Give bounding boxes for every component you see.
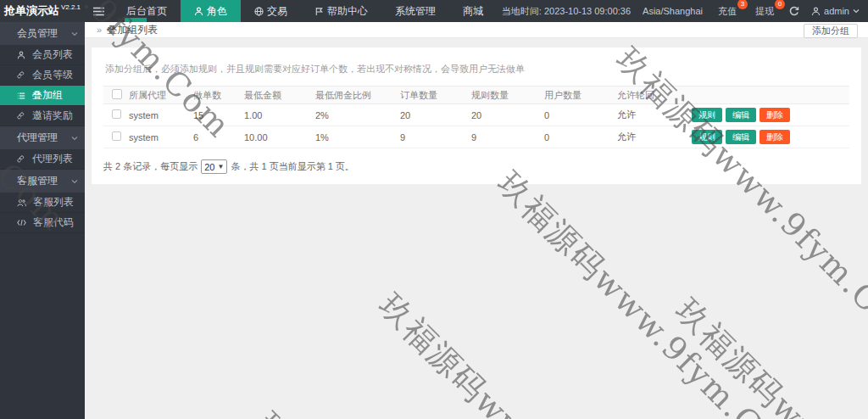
sidebar-item-member-list[interactable]: 会员列表 — [0, 45, 85, 65]
user-icon — [194, 7, 203, 16]
sidebar-section-agents[interactable]: 代理管理 — [0, 126, 85, 149]
col-user-count: 用户数量 — [542, 89, 615, 102]
chevron-down-icon — [71, 31, 78, 36]
cell-agent: system — [127, 110, 180, 120]
sidebar-item-stack-group[interactable]: 叠加组 — [0, 86, 85, 106]
cell-agent: system — [127, 132, 180, 142]
user-icon — [17, 51, 25, 59]
delete-button[interactable]: 删除 — [760, 108, 790, 122]
chevron-down-icon — [853, 8, 860, 14]
col-min-commission: 最低佣金比例 — [314, 89, 398, 102]
app-logo: 抢单演示站V2.2.1 — [0, 0, 85, 22]
user-menu[interactable]: admin — [811, 6, 860, 16]
caret-down-icon: ▼ — [217, 163, 224, 170]
app-title: 抢单演示站 — [4, 3, 59, 19]
col-order-count: 订单数量 — [398, 89, 470, 102]
recharge-badge: 3 — [737, 0, 748, 9]
notice-text: 添加分组后，必须添加规则，并且规则需要对应好订单个数，若出现不对称情况，会导致用… — [105, 63, 849, 75]
cell-task-count: 6 — [180, 132, 242, 142]
pagination: 共 2 条记录，每页显示 20 ▼ 条，共 1 页当前显示第 1 页。 — [103, 159, 849, 174]
table-row: system 15 1.00 2% 20 20 0 允许 规则 编辑 删除 — [103, 104, 849, 126]
cell-allow-cycle: 允许 — [615, 109, 690, 121]
sidebar-item-agent-list[interactable]: 代理列表 — [0, 149, 85, 170]
cell-user-count: 0 — [542, 110, 615, 120]
sidebar-section-members[interactable]: 会员管理 — [0, 22, 85, 45]
cell-order-count: 9 — [398, 132, 470, 142]
nav-help-center[interactable]: 帮助中心 — [301, 0, 381, 22]
timezone: Asia/Shanghai — [643, 6, 703, 16]
rule-button[interactable]: 规则 — [692, 108, 722, 122]
sidebar: 会员管理 会员列表 会员等级 叠加组 邀请 — [0, 22, 85, 419]
sidebar-item-service-code[interactable]: 客服代码 — [0, 213, 85, 233]
recharge-link[interactable]: 充值 3 — [715, 5, 740, 18]
chevron-down-icon — [71, 136, 78, 141]
sidebar-item-service-list[interactable]: 客服列表 — [0, 193, 85, 213]
list-icon — [17, 92, 25, 100]
cell-order-count: 20 — [398, 110, 470, 120]
nav-roles[interactable]: 角色 — [181, 0, 241, 22]
col-agent: 所属代理 — [127, 89, 180, 102]
menu-toggle-icon[interactable] — [85, 7, 113, 16]
sidebar-section-service[interactable]: 客服管理 — [0, 170, 85, 193]
cell-min-commission: 2% — [314, 110, 398, 120]
breadcrumb: » 叠加组列表 添加分组 — [85, 22, 868, 38]
nav-system[interactable]: 系统管理 — [381, 0, 449, 22]
topbar-right: 当地时间: 2023-10-13 09:00:36 Asia/Shanghai … — [502, 5, 868, 18]
flag-icon — [314, 7, 324, 16]
nav-trade[interactable]: 交易 — [241, 0, 301, 22]
row-checkbox[interactable] — [112, 109, 121, 119]
code-icon — [17, 219, 26, 226]
withdraw-link[interactable]: 提现 0 — [752, 5, 777, 18]
current-time: 当地时间: 2023-10-13 09:00:36 — [502, 5, 631, 18]
top-nav: 后台首页 角色 交易 帮助中心 系统管理 商城 — [113, 0, 497, 22]
pagination-suffix: 条，共 1 页当前显示第 1 页。 — [231, 160, 353, 173]
add-group-button[interactable]: 添加分组 — [804, 24, 858, 38]
col-rule-count: 规则数量 — [470, 89, 542, 102]
page-title: 叠加组列表 — [107, 23, 158, 37]
nav-dashboard[interactable]: 后台首页 — [113, 0, 181, 22]
withdraw-badge: 0 — [775, 0, 785, 9]
cell-min-commission: 1% — [314, 132, 398, 142]
cell-user-count: 0 — [542, 132, 615, 142]
sidebar-item-invite-reward[interactable]: 邀请奖励 — [0, 106, 85, 126]
topbar: 抢单演示站V2.2.1 后台首页 角色 交易 帮助中心 系统管理 — [0, 0, 868, 22]
edit-button[interactable]: 编辑 — [726, 130, 756, 144]
link-icon — [17, 112, 25, 120]
cell-task-count: 15 — [180, 110, 242, 120]
chevron-down-icon — [71, 179, 78, 184]
table-row: system 6 10.00 1% 9 9 0 允许 规则 编辑 删除 — [103, 126, 849, 148]
cell-rule-count: 9 — [470, 132, 542, 142]
cell-rule-count: 20 — [470, 110, 542, 120]
col-task-count: 做单数 — [180, 89, 242, 102]
globe-icon — [254, 7, 264, 16]
avatar-icon — [811, 7, 821, 16]
row-checkbox[interactable] — [112, 131, 121, 141]
main-content: » 叠加组列表 添加分组 添加分组后，必须添加规则，并且规则需要对应好订单个数，… — [85, 22, 868, 419]
cell-min-amount: 1.00 — [242, 110, 314, 120]
cell-allow-cycle: 允许 — [615, 131, 690, 143]
delete-button[interactable]: 删除 — [760, 130, 790, 144]
edit-button[interactable]: 编辑 — [726, 108, 756, 122]
pagination-prefix: 共 2 条记录，每页显示 — [103, 160, 198, 173]
sidebar-item-member-level[interactable]: 会员等级 — [0, 65, 85, 86]
users-icon — [17, 198, 26, 207]
app-version: V2.2.1 — [61, 3, 81, 11]
table-header-row: 所属代理 做单数 最低金额 最低佣金比例 订单数量 规则数量 用户数量 允许轮回 — [103, 86, 849, 104]
col-allow-cycle: 允许轮回 — [615, 89, 690, 102]
content-card: 添加分组后，必须添加规则，并且规则需要对应好订单个数，若出现不对称情况，会导致用… — [92, 47, 861, 184]
nav-mall[interactable]: 商城 — [449, 0, 497, 22]
username: admin — [824, 6, 849, 16]
cell-min-amount: 10.00 — [242, 132, 314, 142]
page-size-select[interactable]: 20 ▼ — [201, 159, 227, 174]
link-icon — [17, 155, 25, 164]
rule-button[interactable]: 规则 — [692, 130, 722, 144]
select-all-checkbox[interactable] — [112, 89, 122, 99]
breadcrumb-arrows-icon: » — [97, 25, 102, 35]
col-min-amount: 最低金额 — [242, 89, 314, 102]
link-icon — [17, 71, 25, 80]
refresh-icon[interactable] — [789, 6, 799, 16]
